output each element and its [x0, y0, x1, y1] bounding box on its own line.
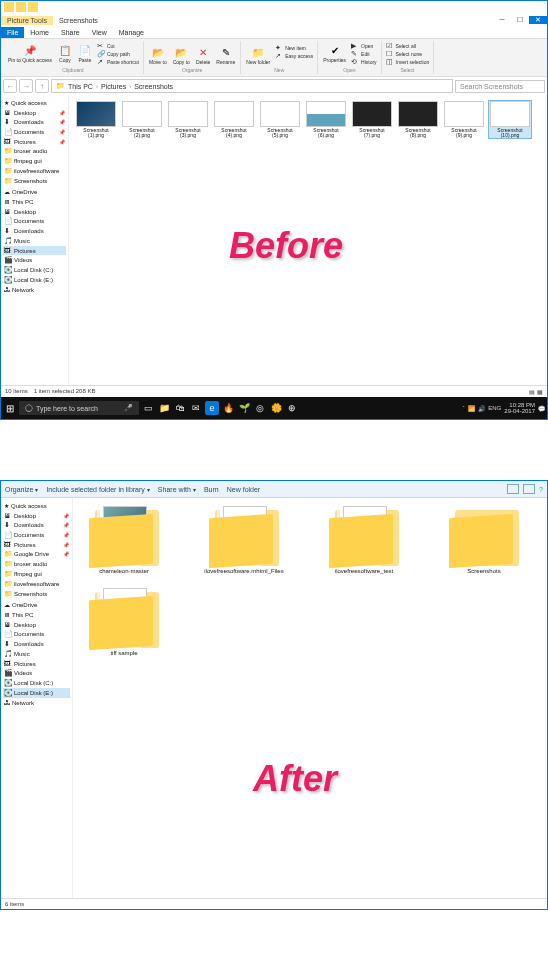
burn-button[interactable]: Burn — [204, 486, 219, 493]
sidebar-thispc[interactable]: 🖥This PC — [3, 610, 70, 620]
tab-manage[interactable]: Manage — [113, 27, 150, 38]
sidebar-item[interactable]: 🖥Desktop — [3, 620, 70, 629]
rename-button[interactable]: ✎Rename — [214, 44, 237, 66]
sidebar-item[interactable]: 📁ffmpeg gui — [3, 156, 66, 166]
volume-icon[interactable]: 🔊 — [478, 405, 485, 412]
invert-button[interactable]: ◫Invert selection — [385, 58, 431, 66]
file-thumbnail[interactable]: Screenshot (9).png — [443, 101, 485, 138]
sidebar-item[interactable]: 🖥Desktop📌 — [3, 108, 66, 117]
sidebar-item[interactable]: ⬇Downloads📌 — [3, 117, 66, 127]
folder-item[interactable]: chameleon-master — [79, 506, 169, 574]
sidebar-quick-access[interactable]: ★Quick access — [3, 97, 66, 108]
app-icon[interactable]: 🔥 — [221, 401, 235, 415]
folder-item[interactable]: Screenshots — [439, 506, 529, 574]
taskview-icon[interactable]: ▭ — [141, 401, 155, 415]
sidebar-item[interactable]: ⬇Downloads — [3, 226, 66, 236]
back-button[interactable]: ← — [3, 79, 17, 93]
share-menu[interactable]: Share with — [158, 486, 196, 493]
forward-button[interactable]: → — [19, 79, 33, 93]
sidebar-item[interactable]: 💽Local Disk (E:) — [3, 688, 70, 698]
file-thumbnail[interactable]: Screenshot (5).png — [259, 101, 301, 138]
view-button[interactable] — [507, 484, 519, 494]
selectall-button[interactable]: ☑Select all — [385, 42, 431, 50]
sidebar-item[interactable]: 📁Screenshots — [3, 176, 66, 186]
properties-button[interactable]: ✔Properties — [321, 42, 348, 66]
close-button[interactable]: ✕ — [529, 16, 547, 24]
system-tray[interactable]: ˄ 📶 🔊 ENG 10:28 PM 29-04-2017 💬 — [462, 402, 545, 414]
search-input[interactable]: Search Screenshots — [455, 80, 545, 93]
app-icon[interactable]: 🌱 — [237, 401, 251, 415]
sidebar-item[interactable]: 📁Google Drive📌 — [3, 549, 70, 559]
app-icon[interactable]: ◎ — [253, 401, 267, 415]
breadcrumb[interactable]: 📁 This PC› Pictures› Screenshots — [51, 79, 453, 93]
sidebar-item[interactable]: 🖥Desktop — [3, 207, 66, 216]
sidebar-thispc[interactable]: 🖥This PC — [3, 197, 66, 207]
file-thumbnail[interactable]: Screenshot (3).png — [167, 101, 209, 138]
sidebar-item[interactable]: 🎬Videos — [3, 668, 70, 678]
sidebar-item[interactable]: ⬇Downloads — [3, 639, 70, 649]
sidebar-item[interactable]: 📁broser audio — [3, 559, 70, 569]
sidebar-item[interactable]: 📁ilovefreesoftware — [3, 166, 66, 176]
app-icon[interactable]: 🌼 — [269, 401, 283, 415]
file-thumbnail[interactable]: Screenshot (7).png — [351, 101, 393, 138]
file-thumbnail[interactable]: Screenshot (4).png — [213, 101, 255, 138]
folder-item[interactable]: ilovefreesoftware_test — [319, 506, 409, 574]
open-button[interactable]: ▶Open — [350, 42, 378, 50]
tray-up-icon[interactable]: ˄ — [462, 405, 465, 412]
qat-icon[interactable] — [28, 2, 38, 12]
tab-file[interactable]: File — [1, 27, 24, 38]
sidebar-item[interactable]: 📄Documents — [3, 216, 66, 226]
help-icon[interactable]: ? — [539, 486, 543, 493]
sidebar-item[interactable]: 💽Local Disk (C:) — [3, 678, 70, 688]
sidebar-item[interactable]: 🎵Music — [3, 649, 70, 659]
tab-view[interactable]: View — [86, 27, 113, 38]
sidebar-onedrive[interactable]: ☁OneDrive — [3, 186, 66, 197]
store-icon[interactable]: 🛍 — [173, 401, 187, 415]
qat-icon[interactable] — [16, 2, 26, 12]
view-details-icon[interactable]: ▤ — [529, 388, 535, 395]
qat-icon[interactable] — [4, 2, 14, 12]
copy-button[interactable]: 📋Copy — [56, 42, 74, 66]
sidebar-item[interactable]: 📁broser audio — [3, 146, 66, 156]
history-button[interactable]: ⟲History — [350, 58, 378, 66]
sidebar-item[interactable]: 📄Documents — [3, 629, 70, 639]
sidebar-item[interactable]: 📁Screenshots — [3, 589, 70, 599]
tab-share[interactable]: Share — [55, 27, 86, 38]
file-thumbnail[interactable]: Screenshot (6).png — [305, 101, 347, 138]
minimize-button[interactable]: ─ — [493, 16, 511, 24]
copyto-button[interactable]: 📂Copy to — [171, 44, 192, 66]
sidebar-item[interactable]: ⬇Downloads📌 — [3, 520, 70, 530]
cut-button[interactable]: ✂Cut — [96, 42, 140, 50]
up-button[interactable]: ↑ — [35, 79, 49, 93]
network-icon[interactable]: 📶 — [468, 405, 475, 412]
content-area[interactable]: Screenshot (1).pngScreenshot (2).pngScre… — [69, 95, 547, 385]
mic-icon[interactable]: 🎤 — [124, 404, 133, 412]
lang-indicator[interactable]: ENG — [488, 405, 501, 411]
pasteshortcut-button[interactable]: ↗Paste shortcut — [96, 58, 140, 66]
sidebar-item[interactable]: 🖼Pictures📌 — [3, 540, 70, 549]
newfolder-button[interactable]: 📁New folder — [244, 44, 272, 66]
edge-icon[interactable]: e — [205, 401, 219, 415]
sidebar-item[interactable]: 🖥Desktop📌 — [3, 511, 70, 520]
paste-button[interactable]: 📄Paste — [76, 42, 94, 66]
sidebar-item[interactable]: 🎬Videos — [3, 255, 66, 265]
newitem-button[interactable]: ✦New item — [274, 44, 314, 52]
preview-button[interactable] — [523, 484, 535, 494]
content-area[interactable]: chameleon-masterilovefreesoftware.mhtml_… — [73, 498, 547, 898]
sidebar-item[interactable]: 📄Documents📌 — [3, 530, 70, 540]
sidebar-item[interactable]: 💽Local Disk (C:) — [3, 265, 66, 275]
mail-icon[interactable]: ✉ — [189, 401, 203, 415]
moveto-button[interactable]: 📂Move to — [147, 44, 169, 66]
file-thumbnail[interactable]: Screenshot (1).png — [75, 101, 117, 138]
copypath-button[interactable]: 🔗Copy path — [96, 50, 140, 58]
sidebar-item[interactable]: 📄Documents📌 — [3, 127, 66, 137]
sidebar-item[interactable]: 📁ilovefreesoftware — [3, 579, 70, 589]
sidebar-item[interactable]: 🖼Pictures📌 — [3, 137, 66, 146]
explorer-icon[interactable]: 📁 — [157, 401, 171, 415]
sidebar-item[interactable]: 📁ffmpeg gui — [3, 569, 70, 579]
sidebar-quick-access[interactable]: ★Quick access — [3, 500, 70, 511]
selectnone-button[interactable]: ☐Select none — [385, 50, 431, 58]
sidebar-item[interactable]: 🎵Music — [3, 236, 66, 246]
sidebar-item[interactable]: 💽Local Disk (E:) — [3, 275, 66, 285]
file-thumbnail[interactable]: Screenshot (8).png — [397, 101, 439, 138]
